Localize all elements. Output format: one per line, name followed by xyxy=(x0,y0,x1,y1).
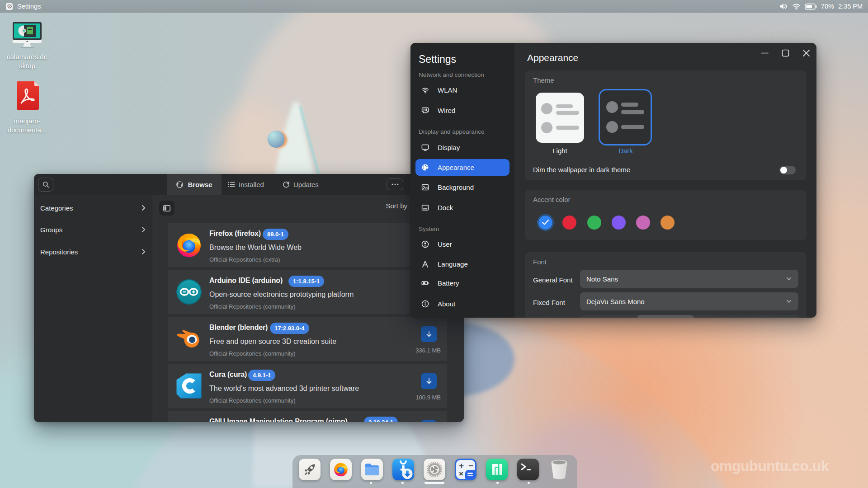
accent-color-purple[interactable] xyxy=(612,216,626,230)
download-button[interactable] xyxy=(421,420,437,422)
download-button[interactable] xyxy=(421,373,437,389)
accent-color-blue[interactable] xyxy=(538,216,552,230)
app-source: Official Repositories (community) xyxy=(209,303,295,310)
chevron-right-icon xyxy=(142,226,146,233)
accent-color-pink[interactable] xyxy=(636,216,650,230)
calamares-icon xyxy=(0,20,54,49)
app-row-cura[interactable]: Cura (cura) 4.9.1-1 The world's most adv… xyxy=(168,364,447,408)
sidebar-item-language[interactable]: Language xyxy=(415,256,509,272)
download-button[interactable] xyxy=(421,326,437,342)
sidebar-item-label: About xyxy=(438,300,455,308)
tab-updates[interactable]: Updates xyxy=(283,174,319,195)
appstore-body: Categories Groups Repositories xyxy=(34,195,464,422)
sidebar-item-wired[interactable]: Wired xyxy=(415,102,509,119)
menubar-app-name[interactable]: Settings xyxy=(17,3,41,10)
theme-label: Theme xyxy=(533,76,554,84)
volume-icon[interactable] xyxy=(779,3,788,10)
version-badge: 1:1.8.15-1 xyxy=(288,276,324,287)
app-row-blender[interactable]: Blender (blender) 17:2.93.0-4 Free and o… xyxy=(168,317,447,361)
folder-icon xyxy=(365,463,379,476)
dock-item-calculator[interactable]: + − × xyxy=(455,459,476,480)
dock-item-settings[interactable] xyxy=(424,459,445,480)
sidebar-item-label: Categories xyxy=(40,204,73,212)
gimp-icon xyxy=(175,419,203,422)
label-line: sktop xyxy=(0,61,54,70)
theme-option-light[interactable] xyxy=(536,93,584,143)
gear-icon xyxy=(426,461,443,478)
sidebar-item-icon xyxy=(421,107,429,114)
sidebar-item-label: Dock xyxy=(438,204,453,211)
clock[interactable]: 2:35 PM xyxy=(838,3,863,10)
menubar-right: 70% 2:35 PM xyxy=(779,3,863,10)
sidebar-item-display[interactable]: Display xyxy=(415,139,509,156)
desktop-icon-label: manjaro- documenta... xyxy=(0,117,54,135)
general-font-label: General Font xyxy=(533,276,573,284)
theme-preview-bar xyxy=(621,103,638,107)
font-size-control[interactable] xyxy=(580,315,798,318)
wifi-icon xyxy=(421,86,429,94)
sidebar-item-about[interactable]: About xyxy=(415,296,509,312)
sidebar-item-appearance[interactable]: Appearance xyxy=(415,159,509,176)
section-label: System xyxy=(419,225,439,232)
sidebar-item-background[interactable]: Background xyxy=(415,179,509,196)
close-button[interactable] xyxy=(800,47,812,59)
refresh-icon xyxy=(283,181,290,188)
search-button[interactable] xyxy=(38,178,53,192)
app-row-arduino[interactable]: Arduino IDE (arduino) 1:1.8.15-1 Open-so… xyxy=(168,270,447,314)
dock-item-appstore[interactable] xyxy=(392,459,414,480)
maximize-button[interactable] xyxy=(779,47,791,59)
sidebar-item-categories[interactable]: Categories xyxy=(34,197,152,219)
font-label: Font xyxy=(533,258,547,266)
battery-icon[interactable] xyxy=(805,3,817,10)
menubar: Settings 70% 2:35 PM xyxy=(0,0,868,13)
toggle-knob xyxy=(780,167,787,174)
tab-browse[interactable]: Browse xyxy=(167,174,222,195)
dock-item-files[interactable] xyxy=(361,459,383,480)
fixed-font-select[interactable]: DejaVu Sans Mono xyxy=(580,292,798,310)
sidebar-item-groups[interactable]: Groups xyxy=(34,219,152,240)
sidebar-item-user[interactable]: User xyxy=(415,236,509,253)
accent-color-orange[interactable] xyxy=(660,216,675,230)
trash-icon xyxy=(550,459,569,480)
label-line: calamares.de xyxy=(0,52,54,61)
menu-button[interactable] xyxy=(387,178,403,190)
dock-item-firefox[interactable] xyxy=(330,459,352,480)
app-row-firefox[interactable]: Firefox (firefox) 89.0-1 Browse the Worl… xyxy=(168,223,447,267)
chevron-right-icon xyxy=(142,249,146,255)
page-title: Appearance xyxy=(527,52,578,63)
section-label: Display and appearance xyxy=(419,128,485,135)
sidebar-item-icon xyxy=(421,183,429,191)
theme-preview-bar xyxy=(556,104,573,108)
sort-by-label[interactable]: Sort by xyxy=(386,195,407,217)
accent-color-green[interactable] xyxy=(587,216,601,230)
wifi-icon[interactable] xyxy=(792,3,801,10)
sidebar-item-label: Background xyxy=(438,183,474,191)
font-group: Font General Font Noto Sans Fixed Font D… xyxy=(525,252,807,318)
minimize-button[interactable] xyxy=(759,47,770,59)
battery-percent: 70% xyxy=(821,3,834,10)
general-font-select[interactable]: Noto Sans xyxy=(580,270,798,288)
app-row-gimp[interactable]: GNU Image Manipulation Program (gimp) 2.… xyxy=(168,411,447,422)
tab-installed[interactable]: Installed xyxy=(228,174,264,195)
dock-item-terminal[interactable] xyxy=(517,459,539,480)
sidebar-toggle-button[interactable] xyxy=(159,201,175,216)
dock-item-launcher[interactable] xyxy=(299,459,321,480)
dim-wallpaper-toggle[interactable] xyxy=(779,166,796,174)
accent-color-red[interactable] xyxy=(562,216,576,230)
ethernet-icon xyxy=(421,107,429,114)
sidebar-item-repositories[interactable]: Repositories xyxy=(34,241,152,263)
dock-item-manjaro[interactable] xyxy=(486,459,508,480)
desktop-icon-pdf[interactable]: manjaro- documenta... xyxy=(0,81,54,135)
app-name: Cura (cura) xyxy=(209,371,247,379)
dock-item-trash[interactable] xyxy=(548,459,570,480)
desktop-icon-calamares[interactable]: calamares.de sktop xyxy=(0,20,54,70)
sidebar-item-label: Language xyxy=(438,260,468,268)
sidebar-item-dock[interactable]: Dock xyxy=(415,199,509,216)
sidebar-item-battery[interactable]: Battery xyxy=(415,275,509,291)
theme-option-dark[interactable] xyxy=(599,89,652,145)
gear-icon xyxy=(7,4,12,9)
selected-font-value: Noto Sans xyxy=(586,275,618,283)
settings-main: Appearance Theme xyxy=(514,43,816,318)
arduino-icon xyxy=(175,278,203,305)
sidebar-item-wlan[interactable]: WLAN xyxy=(415,82,509,99)
